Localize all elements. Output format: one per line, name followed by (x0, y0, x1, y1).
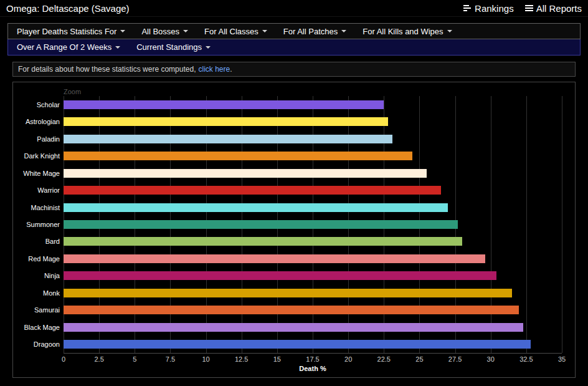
bar-summoner[interactable] (64, 220, 458, 229)
gridline (562, 96, 562, 353)
bar-paladin[interactable] (64, 135, 392, 143)
top-bar: Omega: Deltascape (Savage) Rankings All … (0, 0, 588, 17)
death-percent-chart: Zoom ScholarAstrologianPaladinDark Knigh… (12, 82, 576, 378)
reports-list-icon (525, 4, 533, 12)
bar-bard[interactable] (64, 237, 462, 246)
dropdown-label: All Bosses (141, 27, 179, 36)
category-label: Paladin (37, 135, 64, 143)
caret-down-icon (120, 30, 125, 32)
category-label: Dragoon (34, 340, 64, 349)
info-text: For details about how these statistics w… (18, 65, 196, 74)
bar-scholar[interactable] (64, 100, 384, 109)
x-tick-label: 0 (62, 355, 65, 363)
x-tick-label: 17.5 (306, 355, 319, 363)
x-tick-label: 35 (558, 355, 566, 363)
x-tick-label: 2.5 (94, 355, 103, 363)
info-suffix: . (230, 65, 232, 74)
stats-type-dropdown[interactable]: Player Deaths Statistics For (11, 24, 131, 39)
dropdown-label: For All Kills and Wipes (363, 27, 443, 36)
caret-down-icon (206, 46, 211, 49)
category-label: Machinist (31, 203, 64, 212)
dropdown-label: Current Standings (136, 42, 202, 52)
zoom-label[interactable]: Zoom (64, 87, 575, 96)
time-range-dropdown[interactable]: Over A Range Of 2 Weeks (11, 40, 126, 54)
category-label: Summoner (26, 220, 64, 229)
bosses-dropdown[interactable]: All Bosses (135, 24, 194, 39)
dropdown-label: Player Deaths Statistics For (17, 27, 116, 36)
page-title: Omega: Deltascape (Savage) (6, 3, 130, 14)
plot-area: ScholarAstrologianPaladinDark KnightWhit… (64, 96, 562, 354)
secondary-toolbar: Over A Range Of 2 Weeks Current Standing… (7, 39, 581, 55)
x-tick-label: 12.5 (235, 355, 248, 363)
rankings-label: Rankings (475, 3, 514, 14)
category-label: Black Mage (24, 323, 64, 332)
all-reports-label: All Reports (536, 3, 582, 14)
caret-down-icon (183, 30, 188, 32)
click-here-link[interactable]: click here (198, 65, 230, 74)
bar-ninja[interactable] (64, 271, 496, 280)
rankings-link[interactable]: Rankings (463, 3, 514, 14)
x-tick-label: 7.5 (166, 355, 175, 363)
x-tick-label: 25 (415, 355, 423, 363)
dropdown-label: Over A Range Of 2 Weeks (17, 42, 111, 52)
primary-toolbar: Player Deaths Statistics For All Bosses … (7, 23, 581, 39)
info-bar: For details about how these statistics w… (12, 62, 576, 77)
category-label: White Mage (23, 169, 64, 178)
bar-samurai[interactable] (64, 306, 519, 314)
caret-down-icon (341, 30, 346, 32)
bar-red-mage[interactable] (64, 254, 485, 263)
category-label: Astrologian (26, 117, 64, 126)
top-nav: Rankings All Reports (463, 3, 582, 14)
dropdown-label: For All Patches (283, 27, 338, 36)
caret-down-icon (115, 46, 120, 49)
x-tick-label: 20 (344, 355, 352, 363)
bar-dark-knight[interactable] (64, 152, 412, 160)
category-label: Red Mage (28, 254, 64, 263)
x-tick-label: 10 (202, 355, 209, 363)
x-tick-label: 32.5 (519, 355, 533, 363)
dropdown-label: For All Classes (204, 27, 258, 36)
x-tick-label: 15 (273, 355, 281, 363)
category-label: Scholar (37, 100, 64, 109)
standings-dropdown[interactable]: Current Standings (130, 40, 217, 54)
x-axis: 02.557.51012.51517.52022.52527.53032.535 (64, 354, 562, 364)
x-tick-label: 22.5 (377, 355, 391, 363)
patches-dropdown[interactable]: For All Patches (277, 24, 353, 39)
bar-warrior[interactable] (64, 186, 441, 195)
category-label: Bard (45, 237, 64, 246)
gridline (526, 96, 527, 353)
x-tick-label: 27.5 (448, 355, 462, 363)
category-label: Warrior (37, 186, 64, 195)
x-axis-title: Death % (64, 364, 562, 374)
bar-white-mage[interactable] (64, 169, 427, 178)
x-tick-label: 30 (487, 355, 495, 363)
bar-black-mage[interactable] (64, 323, 523, 332)
category-label: Monk (43, 289, 64, 297)
rankings-icon (463, 4, 472, 12)
classes-dropdown[interactable]: For All Classes (198, 24, 273, 39)
caret-down-icon (447, 30, 452, 32)
kills-wipes-dropdown[interactable]: For All Kills and Wipes (356, 24, 458, 39)
bar-astrologian[interactable] (64, 117, 388, 126)
category-label: Ninja (44, 271, 64, 280)
category-label: Samurai (34, 306, 64, 314)
bar-monk[interactable] (64, 289, 512, 297)
x-tick-label: 5 (133, 355, 136, 363)
category-label: Dark Knight (24, 152, 64, 160)
caret-down-icon (262, 30, 267, 32)
bar-dragoon[interactable] (64, 340, 531, 349)
all-reports-link[interactable]: All Reports (525, 3, 582, 14)
bar-machinist[interactable] (64, 203, 448, 212)
